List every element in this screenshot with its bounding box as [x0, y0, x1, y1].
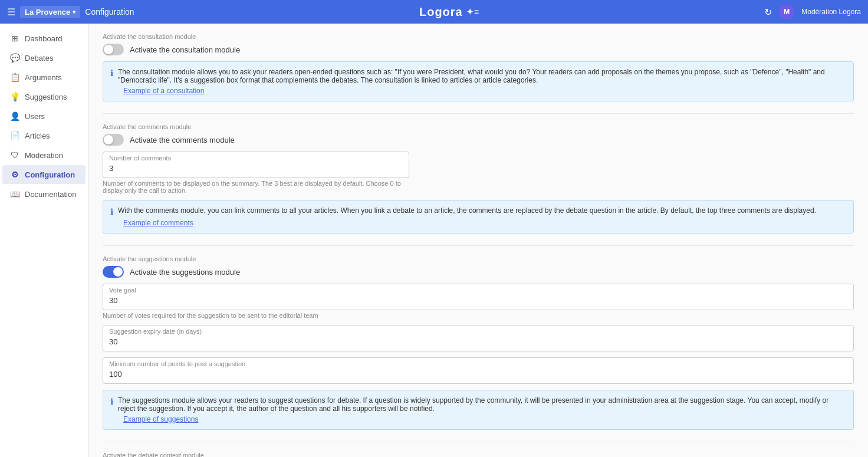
min-points-field-group: Minimum number of points to post a sugge…: [103, 357, 854, 384]
app-logo: Logora ✦≡: [419, 5, 479, 19]
header: ☰ La Provence ▾ Configuration Logora ✦≡ …: [0, 0, 868, 24]
sidebar-item-moderation[interactable]: 🛡 Moderation: [2, 146, 86, 165]
sidebar-item-label: Arguments: [25, 73, 62, 82]
consultation-section: Activate the consultation module Activat…: [103, 33, 854, 101]
min-points-input[interactable]: [109, 369, 847, 380]
header-left: ☰ La Provence ▾ Configuration: [7, 6, 134, 18]
info-icon: ℹ: [110, 68, 113, 78]
logo-text: Logora: [419, 5, 463, 19]
menu-icon[interactable]: ☰: [7, 6, 15, 18]
info-icon: ℹ: [110, 397, 113, 406]
comments-toggle-label: Activate the comments module: [130, 136, 235, 144]
sidebar-item-label: Debates: [25, 54, 53, 63]
vote-goal-hint: Number of votes required for the suggest…: [103, 312, 854, 319]
comments-info-box: ℹ With the comments module, you can link…: [103, 200, 854, 234]
suggestions-toggle-label: Activate the suggestions module: [130, 268, 240, 277]
documentation-icon: 📖: [9, 189, 20, 199]
suggestions-toggle[interactable]: [103, 266, 124, 278]
consultation-info-box: ℹ The consultation module allows you to …: [103, 61, 854, 101]
suggestions-info-box: ℹ The suggestions module allows your rea…: [103, 390, 854, 430]
expiry-label: Suggestion expiry date (in days): [109, 328, 847, 335]
sidebar-item-configuration[interactable]: ⚙ Configuration: [2, 165, 86, 184]
info-icon: ℹ: [110, 207, 113, 216]
comments-info-link[interactable]: Example of comments: [123, 219, 846, 227]
consultation-toggle-row: Activate the consultation module: [103, 44, 854, 55]
vote-goal-field-group: Vote goal Number of votes required for t…: [103, 284, 854, 319]
main-content: Activate the consultation module Activat…: [88, 24, 868, 457]
page-title: Configuration: [85, 7, 134, 17]
comments-toggle-row: Activate the comments module: [103, 134, 854, 146]
sidebar-item-arguments[interactable]: 📋 Arguments: [2, 68, 86, 87]
consultation-toggle-label: Activate the consultation module: [130, 45, 240, 54]
logo-icon: ✦≡: [466, 7, 479, 17]
articles-icon: 📄: [9, 131, 20, 140]
sidebar-item-label: Configuration: [25, 170, 75, 179]
suggestions-section: Activate the suggestions module Activate…: [103, 255, 854, 430]
expiry-field-group: Suggestion expiry date (in days): [103, 325, 854, 351]
suggestions-section-label: Activate the suggestions module: [103, 255, 854, 262]
debates-icon: 💬: [9, 53, 20, 63]
comments-field-hint: Number of comments to be displayed on th…: [103, 180, 409, 194]
dashboard-icon: ⊞: [9, 34, 20, 43]
configuration-icon: ⚙: [9, 170, 20, 179]
sidebar-item-label: Documentation: [25, 190, 76, 199]
sidebar-item-label: Suggestions: [25, 93, 67, 101]
moderation-icon: 🛡: [9, 150, 20, 160]
consultation-section-label: Activate the consultation module: [103, 33, 854, 40]
debate-context-section-label: Activate the debate context module: [103, 452, 854, 457]
sidebar-item-label: Dashboard: [25, 34, 63, 43]
sidebar-item-label: Users: [25, 112, 45, 121]
brand-name: La Provence: [25, 8, 70, 17]
users-icon: 👤: [9, 111, 20, 121]
arguments-icon: 📋: [9, 73, 20, 82]
vote-goal-label: Vote goal: [109, 287, 847, 294]
vote-goal-input[interactable]: [109, 295, 847, 306]
brand-selector[interactable]: La Provence ▾: [20, 6, 80, 18]
comments-section-label: Activate the comments module: [103, 123, 854, 130]
app-body: ⊞ Dashboard 💬 Debates 📋 Arguments 💡 Sugg…: [0, 24, 868, 457]
refresh-icon[interactable]: ↻: [764, 6, 772, 18]
user-name: Modération Logora: [801, 8, 861, 16]
sidebar-item-articles[interactable]: 📄 Articles: [2, 126, 86, 145]
comments-number-input[interactable]: [109, 163, 403, 174]
consultation-toggle[interactable]: [103, 44, 124, 55]
sidebar-item-suggestions[interactable]: 💡 Suggestions: [2, 87, 86, 106]
consultation-info-link[interactable]: Example of a consultation: [123, 87, 846, 95]
suggestions-info-link[interactable]: Example of suggestions: [123, 415, 846, 423]
sidebar-item-dashboard[interactable]: ⊞ Dashboard: [2, 29, 86, 48]
avatar: M: [779, 4, 794, 19]
comments-field-group: Number of comments Number of comments to…: [103, 152, 409, 194]
suggestions-icon: 💡: [9, 92, 20, 101]
consultation-info-text: The consultation module allows you to as…: [118, 68, 846, 84]
comments-toggle[interactable]: [103, 134, 124, 146]
suggestions-toggle-row: Activate the suggestions module: [103, 266, 854, 278]
min-points-label: Minimum number of points to post a sugge…: [109, 360, 847, 367]
sidebar-item-debates[interactable]: 💬 Debates: [2, 48, 86, 67]
suggestions-info-text: The suggestions module allows your reade…: [118, 396, 846, 413]
debate-context-section: Activate the debate context module Activ…: [103, 452, 854, 457]
sidebar-item-documentation[interactable]: 📖 Documentation: [2, 185, 86, 203]
sidebar-item-label: Moderation: [25, 151, 63, 160]
brand-dropdown-icon: ▾: [73, 9, 75, 15]
expiry-input[interactable]: [109, 336, 847, 347]
header-right: ↻ M Modération Logora: [764, 4, 861, 19]
comments-section: Activate the comments module Activate th…: [103, 123, 854, 234]
sidebar: ⊞ Dashboard 💬 Debates 📋 Arguments 💡 Sugg…: [0, 24, 88, 457]
sidebar-item-label: Articles: [25, 131, 50, 140]
sidebar-item-users[interactable]: 👤 Users: [2, 107, 86, 126]
comments-field-label: Number of comments: [109, 154, 403, 162]
comments-info-text: With the comments module, you can link c…: [118, 206, 816, 215]
